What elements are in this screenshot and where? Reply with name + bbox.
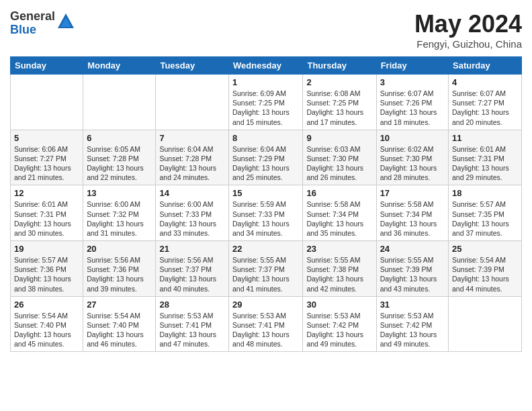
day-info: Sunrise: 6:04 AM Sunset: 7:29 PM Dayligh… bbox=[232, 144, 299, 183]
calendar-cell: 16Sunrise: 5:58 AM Sunset: 7:34 PM Dayli… bbox=[303, 185, 376, 241]
day-info: Sunrise: 6:00 AM Sunset: 7:32 PM Dayligh… bbox=[87, 199, 152, 238]
logo-icon bbox=[56, 12, 75, 31]
day-number: 5 bbox=[14, 133, 79, 143]
day-info: Sunrise: 6:00 AM Sunset: 7:33 PM Dayligh… bbox=[159, 199, 225, 238]
day-info: Sunrise: 5:59 AM Sunset: 7:33 PM Dayligh… bbox=[232, 199, 299, 238]
day-number: 22 bbox=[232, 244, 299, 254]
page-header: General Blue May 2024 Fengyi, Guizhou, C… bbox=[10, 10, 522, 50]
calendar-table: SundayMondayTuesdayWednesdayThursdayFrid… bbox=[10, 56, 522, 352]
calendar-cell: 3Sunrise: 6:07 AM Sunset: 7:26 PM Daylig… bbox=[376, 75, 448, 130]
day-number: 26 bbox=[14, 300, 79, 310]
calendar-cell: 31Sunrise: 5:53 AM Sunset: 7:42 PM Dayli… bbox=[376, 296, 448, 352]
calendar-cell: 21Sunrise: 5:56 AM Sunset: 7:37 PM Dayli… bbox=[156, 241, 229, 297]
col-header-saturday: Saturday bbox=[449, 57, 522, 75]
calendar-cell: 8Sunrise: 6:04 AM Sunset: 7:29 PM Daylig… bbox=[229, 130, 303, 185]
calendar-cell: 17Sunrise: 5:58 AM Sunset: 7:34 PM Dayli… bbox=[376, 185, 448, 241]
day-info: Sunrise: 5:54 AM Sunset: 7:39 PM Dayligh… bbox=[452, 255, 518, 293]
day-number: 14 bbox=[159, 188, 225, 198]
calendar-cell: 18Sunrise: 5:57 AM Sunset: 7:35 PM Dayli… bbox=[449, 185, 522, 241]
calendar-cell: 26Sunrise: 5:54 AM Sunset: 7:40 PM Dayli… bbox=[11, 296, 83, 352]
day-number: 15 bbox=[232, 188, 299, 198]
day-number: 30 bbox=[306, 300, 372, 310]
day-number: 23 bbox=[306, 244, 372, 254]
day-info: Sunrise: 6:01 AM Sunset: 7:31 PM Dayligh… bbox=[452, 144, 518, 183]
day-number: 6 bbox=[87, 133, 152, 143]
day-number: 7 bbox=[159, 133, 225, 143]
day-number: 11 bbox=[452, 133, 518, 143]
calendar-cell: 5Sunrise: 6:06 AM Sunset: 7:27 PM Daylig… bbox=[11, 130, 83, 185]
day-number: 17 bbox=[380, 188, 445, 198]
day-info: Sunrise: 6:09 AM Sunset: 7:25 PM Dayligh… bbox=[232, 89, 299, 127]
day-number: 13 bbox=[87, 188, 152, 198]
calendar-cell: 28Sunrise: 5:53 AM Sunset: 7:41 PM Dayli… bbox=[156, 296, 229, 352]
day-number: 25 bbox=[452, 244, 518, 254]
day-info: Sunrise: 5:56 AM Sunset: 7:36 PM Dayligh… bbox=[87, 255, 152, 293]
day-info: Sunrise: 5:53 AM Sunset: 7:42 PM Dayligh… bbox=[380, 311, 445, 349]
calendar-cell: 4Sunrise: 6:07 AM Sunset: 7:27 PM Daylig… bbox=[449, 75, 522, 130]
day-info: Sunrise: 5:55 AM Sunset: 7:39 PM Dayligh… bbox=[380, 255, 445, 293]
day-info: Sunrise: 5:54 AM Sunset: 7:40 PM Dayligh… bbox=[87, 311, 152, 349]
calendar-cell: 19Sunrise: 5:57 AM Sunset: 7:36 PM Dayli… bbox=[11, 241, 83, 297]
month-title: May 2024 bbox=[414, 10, 522, 38]
day-number: 10 bbox=[380, 133, 445, 143]
day-info: Sunrise: 6:08 AM Sunset: 7:25 PM Dayligh… bbox=[306, 89, 372, 127]
day-info: Sunrise: 5:54 AM Sunset: 7:40 PM Dayligh… bbox=[14, 311, 79, 349]
calendar-cell: 22Sunrise: 5:55 AM Sunset: 7:37 PM Dayli… bbox=[229, 241, 303, 297]
day-number: 29 bbox=[232, 300, 299, 310]
calendar-cell: 24Sunrise: 5:55 AM Sunset: 7:39 PM Dayli… bbox=[376, 241, 448, 297]
calendar-cell bbox=[11, 75, 83, 130]
day-info: Sunrise: 5:57 AM Sunset: 7:36 PM Dayligh… bbox=[14, 255, 79, 293]
day-info: Sunrise: 6:01 AM Sunset: 7:31 PM Dayligh… bbox=[14, 199, 79, 238]
logo-text: General Blue bbox=[10, 10, 55, 37]
col-header-thursday: Thursday bbox=[303, 57, 376, 75]
col-header-monday: Monday bbox=[83, 57, 156, 75]
col-header-friday: Friday bbox=[376, 57, 448, 75]
day-info: Sunrise: 5:55 AM Sunset: 7:38 PM Dayligh… bbox=[306, 255, 372, 293]
calendar-cell: 7Sunrise: 6:04 AM Sunset: 7:28 PM Daylig… bbox=[156, 130, 229, 185]
calendar-week-row: 19Sunrise: 5:57 AM Sunset: 7:36 PM Dayli… bbox=[11, 241, 522, 297]
col-header-sunday: Sunday bbox=[11, 57, 83, 75]
day-info: Sunrise: 5:58 AM Sunset: 7:34 PM Dayligh… bbox=[306, 199, 372, 238]
day-number: 19 bbox=[14, 244, 79, 254]
day-info: Sunrise: 5:55 AM Sunset: 7:37 PM Dayligh… bbox=[232, 255, 299, 293]
calendar-week-row: 5Sunrise: 6:06 AM Sunset: 7:27 PM Daylig… bbox=[11, 130, 522, 185]
day-number: 8 bbox=[232, 133, 299, 143]
day-info: Sunrise: 6:07 AM Sunset: 7:26 PM Dayligh… bbox=[380, 89, 445, 127]
days-of-week-row: SundayMondayTuesdayWednesdayThursdayFrid… bbox=[11, 57, 522, 75]
calendar-week-row: 26Sunrise: 5:54 AM Sunset: 7:40 PM Dayli… bbox=[11, 296, 522, 352]
calendar-cell: 25Sunrise: 5:54 AM Sunset: 7:39 PM Dayli… bbox=[449, 241, 522, 297]
calendar-cell: 15Sunrise: 5:59 AM Sunset: 7:33 PM Dayli… bbox=[229, 185, 303, 241]
logo-blue: Blue bbox=[10, 24, 55, 37]
day-number: 3 bbox=[380, 77, 445, 87]
calendar-cell: 6Sunrise: 6:05 AM Sunset: 7:28 PM Daylig… bbox=[83, 130, 156, 185]
day-number: 1 bbox=[232, 77, 299, 87]
day-info: Sunrise: 5:57 AM Sunset: 7:35 PM Dayligh… bbox=[452, 199, 518, 238]
calendar-cell: 14Sunrise: 6:00 AM Sunset: 7:33 PM Dayli… bbox=[156, 185, 229, 241]
calendar-cell: 11Sunrise: 6:01 AM Sunset: 7:31 PM Dayli… bbox=[449, 130, 522, 185]
day-number: 2 bbox=[306, 77, 372, 87]
day-info: Sunrise: 5:53 AM Sunset: 7:41 PM Dayligh… bbox=[232, 311, 299, 349]
day-info: Sunrise: 5:53 AM Sunset: 7:42 PM Dayligh… bbox=[306, 311, 372, 349]
day-info: Sunrise: 6:02 AM Sunset: 7:30 PM Dayligh… bbox=[380, 144, 445, 183]
day-number: 9 bbox=[306, 133, 372, 143]
calendar-cell: 10Sunrise: 6:02 AM Sunset: 7:30 PM Dayli… bbox=[376, 130, 448, 185]
calendar-cell bbox=[156, 75, 229, 130]
calendar-cell bbox=[449, 296, 522, 352]
calendar-cell: 23Sunrise: 5:55 AM Sunset: 7:38 PM Dayli… bbox=[303, 241, 376, 297]
day-info: Sunrise: 6:04 AM Sunset: 7:28 PM Dayligh… bbox=[159, 144, 225, 183]
day-info: Sunrise: 6:06 AM Sunset: 7:27 PM Dayligh… bbox=[14, 144, 79, 183]
calendar-cell: 29Sunrise: 5:53 AM Sunset: 7:41 PM Dayli… bbox=[229, 296, 303, 352]
title-block: May 2024 Fengyi, Guizhou, China bbox=[414, 10, 522, 50]
day-number: 27 bbox=[87, 300, 152, 310]
calendar-week-row: 1Sunrise: 6:09 AM Sunset: 7:25 PM Daylig… bbox=[11, 75, 522, 130]
day-number: 16 bbox=[306, 188, 372, 198]
logo-general: General bbox=[10, 10, 55, 24]
day-number: 20 bbox=[87, 244, 152, 254]
calendar-cell: 13Sunrise: 6:00 AM Sunset: 7:32 PM Dayli… bbox=[83, 185, 156, 241]
calendar-cell: 1Sunrise: 6:09 AM Sunset: 7:25 PM Daylig… bbox=[229, 75, 303, 130]
col-header-wednesday: Wednesday bbox=[229, 57, 303, 75]
day-info: Sunrise: 6:03 AM Sunset: 7:30 PM Dayligh… bbox=[306, 144, 372, 183]
calendar-cell: 20Sunrise: 5:56 AM Sunset: 7:36 PM Dayli… bbox=[83, 241, 156, 297]
calendar-cell: 30Sunrise: 5:53 AM Sunset: 7:42 PM Dayli… bbox=[303, 296, 376, 352]
day-info: Sunrise: 5:58 AM Sunset: 7:34 PM Dayligh… bbox=[380, 199, 445, 238]
